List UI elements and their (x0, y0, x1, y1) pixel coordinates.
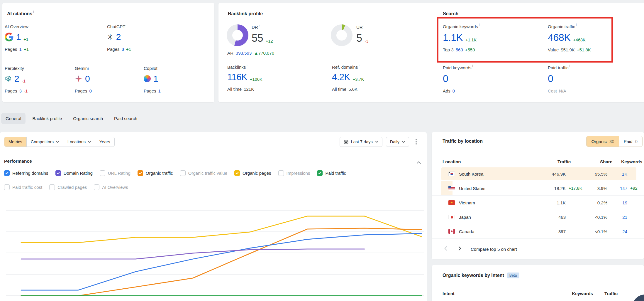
performance-chart[interactable]: 27 Jan28 Jan29 Jan30 Jan31 Jan1 Feb2 Feb… (0, 194, 427, 301)
info-icon[interactable] (576, 23, 577, 26)
ads-value[interactable]: 0 (453, 88, 455, 93)
years-button[interactable]: Years (95, 137, 114, 147)
section-tabs: General Backlink profile Organic search … (1, 113, 142, 124)
top3-value[interactable]: 563 (456, 47, 463, 52)
dr-value: 55 (252, 32, 263, 44)
metrics-button[interactable]: Metrics (4, 137, 27, 147)
checkbox-referring-domains[interactable]: Referring domains (4, 170, 48, 176)
ar-value[interactable]: 393,593 (236, 51, 252, 56)
ur-value: 5 (356, 32, 362, 44)
japan-flag-icon (448, 215, 455, 219)
table-row-canada[interactable]: Canada 397 <0.1% 24 (432, 224, 644, 239)
pages-count[interactable]: 1 (158, 88, 161, 93)
pages-count[interactable]: 0 (89, 88, 92, 93)
table-row-japan[interactable]: Japan 463 <0.1% 21 (432, 210, 644, 224)
metric-gemini: Gemini 0 Pages 0 (75, 66, 92, 93)
checkbox-ai-overviews[interactable]: AI Overviews (94, 184, 128, 190)
copilot-icon (144, 75, 151, 82)
paid-keywords-value[interactable]: 0 (443, 73, 448, 84)
organic-paid-toggle: Organic30 Paid0 (586, 136, 643, 147)
checkbox-crawled-pages[interactable]: Crawled pages (49, 184, 87, 190)
gemini-count[interactable]: 0 (85, 74, 90, 84)
chevron-down-icon (402, 141, 405, 143)
traffic-by-location-card: Traffic by location Organic30 Paid0 Loca… (432, 132, 644, 259)
location-pagination: Compare top 5 on chart (443, 244, 517, 254)
divider (432, 286, 644, 286)
metric-copilot: Copilot 1 Pages 1 (144, 66, 161, 93)
keywords-by-intent-card: Organic keywords by intent Beta Intent K… (432, 265, 644, 301)
toggle-organic[interactable]: Organic30 (587, 136, 619, 147)
chevron-down-icon (375, 141, 378, 143)
keywords-link[interactable]: 21 (607, 215, 627, 220)
info-icon[interactable] (33, 10, 34, 14)
collapse-section-icon[interactable] (417, 160, 421, 165)
beta-badge: Beta (507, 273, 519, 278)
info-icon[interactable] (247, 64, 247, 67)
checkbox-domain-rating[interactable]: Domain Rating (55, 170, 93, 176)
tab-backlink-profile[interactable]: Backlink profile (28, 113, 66, 124)
metric-chatgpt: ChatGPT ✳ 2 Pages 3 +1 (107, 24, 131, 52)
metric-checkbox-row-2: Paid traffic cost Crawled pages AI Overv… (4, 184, 128, 190)
info-icon[interactable] (479, 23, 479, 26)
tab-organic-search[interactable]: Organic search (69, 113, 107, 124)
dr-donut (227, 24, 248, 46)
table-row-united-states[interactable]: United States 18.2K +17.8K 3.9% 147 +92 (432, 181, 644, 196)
checkbox-impressions[interactable]: Impressions (278, 170, 310, 176)
backlink-search-card: Backlink profile DR 55 +12 AR 393,593 ▲7… (218, 3, 644, 102)
keywords-link[interactable]: 19 (607, 200, 627, 205)
keywords-link[interactable]: 147 (607, 186, 627, 191)
info-icon[interactable] (259, 24, 260, 27)
keywords-link[interactable]: 24 (607, 229, 627, 234)
metric-checkbox-row-1: Referring domains Domain Rating URL Rati… (4, 170, 346, 176)
backlinks-value[interactable]: 116K (227, 72, 247, 83)
copilot-count[interactable]: 1 (153, 74, 158, 84)
chatgpt-count[interactable]: 2 (116, 32, 121, 42)
divider (432, 155, 644, 155)
table-row-vietnam[interactable]: ★ Vietnam 1.1K 0.2% 19 (432, 196, 644, 210)
toggle-paid[interactable]: Paid0 (619, 136, 642, 147)
info-icon[interactable] (570, 64, 570, 68)
checkbox-url-rating[interactable]: URL Rating (100, 170, 131, 176)
gemini-icon (75, 75, 82, 83)
date-range-button[interactable]: Last 7 days (340, 137, 382, 147)
compare-top5-label: Compare top 5 on chart (471, 247, 517, 252)
organic-traffic-value[interactable]: 468K (548, 32, 570, 43)
backlink-profile-title: Backlink profile (228, 11, 263, 16)
checkbox-organic-traffic-value[interactable]: Organic traffic value (180, 170, 227, 176)
tab-paid-search[interactable]: Paid search (110, 113, 142, 124)
chevron-down-icon (88, 141, 91, 143)
next-page-icon[interactable] (457, 244, 463, 254)
checkbox-organic-traffic[interactable]: Organic traffic (138, 170, 173, 176)
checkbox-paid-traffic-cost[interactable]: Paid traffic cost (4, 184, 42, 190)
checkbox-paid-traffic[interactable]: Paid traffic (317, 170, 346, 176)
pages-count[interactable]: 3 (122, 47, 124, 52)
ai-overview-count[interactable]: 1 (16, 32, 21, 42)
ref-domains-value[interactable]: 4.2K (332, 72, 350, 83)
pages-count[interactable]: 1 (19, 47, 22, 52)
competitors-button[interactable]: Competitors (27, 137, 63, 147)
google-icon (5, 33, 13, 41)
panel-divider (437, 9, 437, 97)
info-icon[interactable] (472, 64, 473, 68)
perplexity-count[interactable]: 2 (14, 74, 19, 84)
metric-ref-domains: Ref. domains 4.2K +3.7K All time 5.6K (332, 65, 364, 92)
chevron-down-icon (56, 141, 59, 143)
info-icon[interactable] (359, 64, 359, 67)
toolbar: Metrics Competitors Locations Years Last… (4, 137, 420, 147)
search-title: Search (443, 11, 458, 16)
tab-general[interactable]: General (1, 113, 26, 124)
metric-paid-traffic: Paid traffic 0 Cost N/A (548, 65, 570, 93)
more-options-icon[interactable] (413, 137, 420, 146)
pages-count[interactable]: 3 (19, 88, 22, 93)
table-row-south-korea[interactable]: South Korea 446.9K 95.5% 1K (432, 167, 644, 181)
prev-page-icon[interactable] (443, 244, 449, 254)
granularity-button[interactable]: Daily (386, 137, 409, 147)
locations-button[interactable]: Locations (63, 137, 95, 147)
organic-keywords-value[interactable]: 1.1K (443, 32, 463, 43)
performance-title: Performance (4, 159, 32, 164)
metric-paid-keywords: Paid keywords 0 Ads 0 (443, 65, 473, 93)
paid-traffic-value[interactable]: 0 (548, 73, 553, 84)
checkbox-organic-pages[interactable]: Organic pages (234, 170, 271, 176)
info-icon[interactable] (364, 24, 364, 27)
keywords-link[interactable]: 1K (607, 171, 627, 176)
